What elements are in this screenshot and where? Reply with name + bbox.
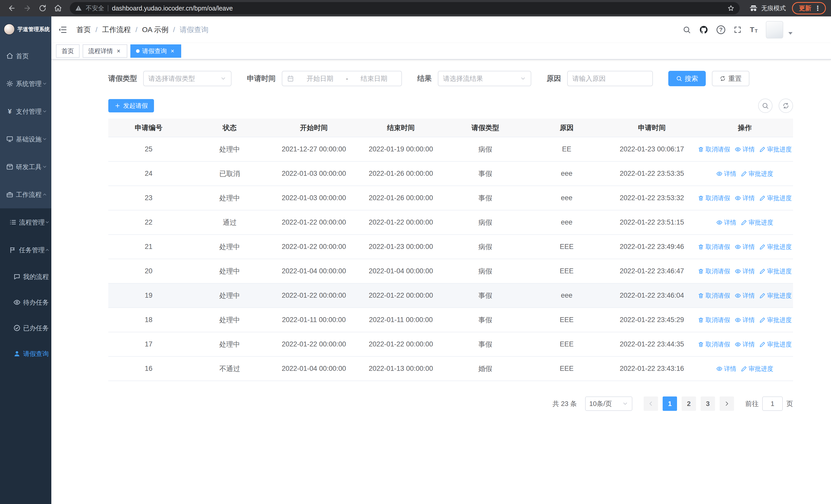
- app-logo[interactable]: 芋道管理系统: [0, 17, 51, 42]
- progress-link[interactable]: 审批进度: [741, 218, 773, 227]
- sidebar-item-todo-tasks[interactable]: 待办任务: [0, 290, 51, 315]
- create-leave-button[interactable]: 发起请假: [108, 99, 154, 112]
- cell-status: 处理中: [189, 137, 270, 161]
- page-button-2[interactable]: 2: [682, 396, 696, 411]
- detail-link[interactable]: 详情: [716, 170, 736, 178]
- progress-link[interactable]: 审批进度: [760, 267, 792, 275]
- cancel-leave-link[interactable]: 取消请假: [698, 243, 730, 251]
- tab-process-detail[interactable]: 流程详情: [83, 45, 127, 58]
- page-button-3[interactable]: 3: [700, 396, 715, 411]
- progress-link[interactable]: 审批进度: [760, 316, 792, 324]
- sidebar-item-my-processes[interactable]: 我的流程: [0, 264, 51, 290]
- sidebar-collapse-button[interactable]: [56, 23, 69, 36]
- refresh-table-button[interactable]: [779, 98, 793, 113]
- sidebar-item-label: 待办任务: [23, 298, 49, 307]
- browser-forward-button[interactable]: [21, 2, 34, 15]
- sidebar-item-payment-management[interactable]: ¥ 支付管理: [0, 97, 51, 125]
- detail-link[interactable]: 详情: [716, 218, 736, 227]
- page-size-select[interactable]: 10条/页: [585, 396, 632, 411]
- eye-icon: [735, 317, 741, 323]
- progress-link[interactable]: 审批进度: [760, 145, 792, 153]
- url-text: dashboard.yudao.iocoder.cn/bpm/oa/leave: [112, 5, 233, 12]
- sidebar-item-task-management[interactable]: 任务管理: [0, 236, 51, 264]
- cell-type: 事假: [445, 283, 526, 308]
- cell-start: 2022-01-03 00:00:00: [270, 186, 357, 210]
- reset-button[interactable]: 重置: [712, 71, 749, 86]
- detail-link[interactable]: 详情: [735, 340, 755, 349]
- toggle-search-button[interactable]: [758, 98, 773, 113]
- sidebar-item-process-management[interactable]: 流程管理: [0, 208, 51, 236]
- cell-type: 婚假: [445, 356, 526, 381]
- start-date-placeholder[interactable]: 开始日期: [297, 74, 343, 83]
- progress-link[interactable]: 审批进度: [741, 365, 773, 373]
- cell-end: 2022-01-23 00:00:00: [357, 235, 445, 259]
- font-size-icon[interactable]: TT: [750, 26, 757, 33]
- progress-link[interactable]: 审批进度: [760, 194, 792, 202]
- next-page-button[interactable]: [720, 396, 734, 411]
- trash-icon: [698, 341, 704, 348]
- cancel-leave-link[interactable]: 取消请假: [698, 145, 730, 153]
- result-select[interactable]: 请选择流结果: [438, 71, 531, 86]
- sidebar-item-dev-tools[interactable]: 研发工具: [0, 153, 51, 181]
- browser-reload-button[interactable]: [36, 2, 49, 15]
- github-icon[interactable]: [699, 25, 708, 34]
- progress-link[interactable]: 审批进度: [760, 292, 792, 300]
- breadcrumb-item[interactable]: 工作流程: [91, 25, 131, 35]
- leave-type-select[interactable]: 请选择请假类型: [143, 71, 231, 86]
- breadcrumb-item[interactable]: OA 示例: [131, 25, 168, 35]
- page-button-1[interactable]: 1: [663, 396, 677, 411]
- close-icon[interactable]: [115, 48, 122, 54]
- caret-down-icon[interactable]: [789, 32, 793, 35]
- sidebar-item-done-tasks[interactable]: 已办任务: [0, 315, 51, 341]
- user-avatar[interactable]: [766, 21, 783, 38]
- yen-icon: ¥: [6, 108, 13, 116]
- end-date-placeholder[interactable]: 结束日期: [351, 74, 397, 83]
- chevron-down-icon: [45, 220, 50, 225]
- progress-link[interactable]: 审批进度: [760, 243, 792, 251]
- column-header: 开始时间: [270, 119, 357, 137]
- tab-leave-query[interactable]: 请假查询: [131, 45, 181, 58]
- prev-page-button[interactable]: [643, 396, 658, 411]
- trash-icon: [698, 317, 704, 323]
- kebab-menu-icon[interactable]: ⋮: [814, 5, 821, 11]
- sidebar-item-workflow[interactable]: 工作流程: [0, 181, 51, 208]
- progress-link[interactable]: 审批进度: [741, 170, 773, 178]
- sidebar-item-system-management[interactable]: 系统管理: [0, 70, 51, 97]
- search-icon[interactable]: [683, 26, 691, 34]
- detail-link[interactable]: 详情: [735, 267, 755, 275]
- help-icon[interactable]: ?: [717, 25, 725, 34]
- breadcrumb-item[interactable]: 首页: [77, 25, 91, 35]
- detail-link[interactable]: 详情: [735, 243, 755, 251]
- sidebar-item-home[interactable]: 首页: [0, 42, 51, 70]
- detail-link[interactable]: 详情: [735, 316, 755, 324]
- tab-home[interactable]: 首页: [56, 45, 80, 58]
- detail-link[interactable]: 详情: [735, 194, 755, 202]
- close-icon[interactable]: [169, 48, 175, 54]
- pen-icon: [741, 366, 747, 372]
- browser-update-button[interactable]: 更新 ⋮: [792, 2, 826, 14]
- sidebar-item-leave-query[interactable]: 请假查询: [0, 341, 51, 366]
- cancel-leave-link[interactable]: 取消请假: [698, 194, 730, 202]
- cell-reason: eee: [526, 283, 607, 308]
- browser-back-button[interactable]: [5, 2, 19, 15]
- list-icon: [9, 219, 17, 226]
- reason-input[interactable]: [567, 71, 653, 86]
- sidebar-item-infrastructure[interactable]: 基础设施: [0, 125, 51, 153]
- apply-time-range-picker[interactable]: 开始日期 - 结束日期: [282, 71, 402, 86]
- search-button[interactable]: 搜索: [668, 71, 706, 86]
- detail-link[interactable]: 详情: [735, 145, 755, 153]
- fullscreen-icon[interactable]: [734, 26, 742, 34]
- browser-home-button[interactable]: [51, 2, 65, 15]
- goto-page-input[interactable]: [762, 396, 783, 411]
- address-bar[interactable]: 不安全 dashboard.yudao.iocoder.cn/bpm/oa/le…: [70, 2, 740, 14]
- cancel-leave-link[interactable]: 取消请假: [698, 292, 730, 300]
- detail-link[interactable]: 详情: [735, 292, 755, 300]
- cell-start: 2022-01-22 00:00:00: [270, 210, 357, 235]
- cancel-leave-link[interactable]: 取消请假: [698, 316, 730, 324]
- cancel-leave-link[interactable]: 取消请假: [698, 340, 730, 349]
- detail-link[interactable]: 详情: [716, 365, 736, 373]
- chevron-left-icon: [648, 401, 654, 407]
- bookmark-star-icon[interactable]: [727, 5, 735, 12]
- cancel-leave-link[interactable]: 取消请假: [698, 267, 730, 275]
- progress-link[interactable]: 审批进度: [760, 340, 792, 349]
